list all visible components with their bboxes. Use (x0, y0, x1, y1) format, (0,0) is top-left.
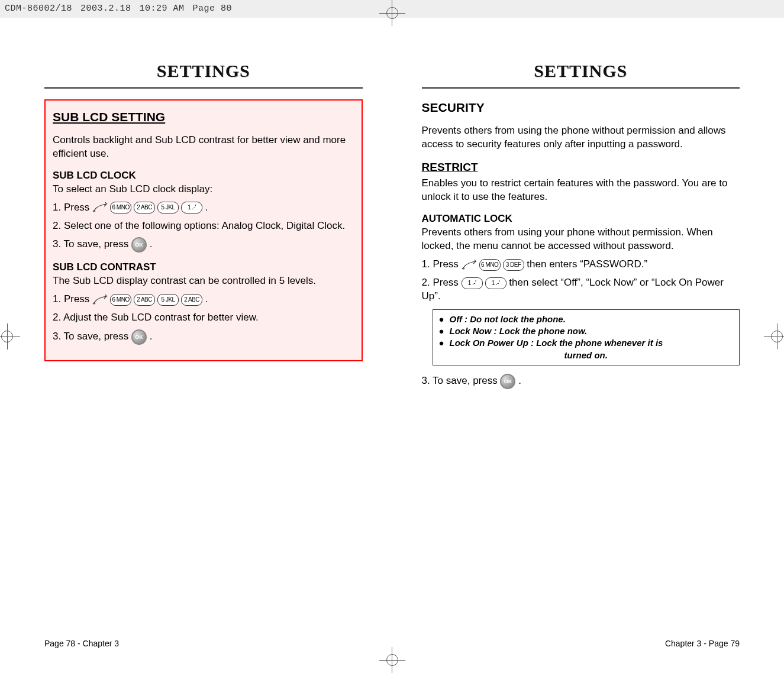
security-intro: Prevents others from using the phone wit… (422, 124, 740, 151)
autolock-step-3: 3. To save, press OK . (422, 374, 740, 389)
section-intro: Controls backlight and Sub LCD contrast … (53, 134, 354, 161)
contrast-desc: The Sub LCD display contrast can be cont… (53, 274, 354, 288)
contrast-step-3: 3. To save, press OK . (53, 329, 354, 345)
step-text: 1. Press (422, 258, 459, 270)
key-6-icon: 6 MNO (479, 259, 501, 271)
step-text: 1. Press (53, 293, 89, 305)
page-right: SETTINGS SECURITY Prevents others from u… (404, 53, 758, 620)
key-5-icon: 5 JKL (157, 202, 179, 213)
clock-desc: To select an Sub LCD clock display: (53, 183, 354, 196)
lock-options-box: ●Off : Do not lock the phone. ●Lock Now … (433, 309, 740, 365)
ok-button-icon: OK (500, 374, 515, 389)
registration-mark-left (0, 323, 20, 350)
step-mid: then enters (527, 258, 577, 270)
key-1-icon: 1 .-' (485, 277, 506, 289)
key-5-icon: 5 JKL (157, 294, 179, 306)
option-off: ●Off : Do not lock the phone. (439, 313, 734, 325)
option-lock-powerup: ●Lock On Power Up : Lock the phone whene… (439, 337, 734, 349)
highlighted-section: SUB LCD SETTING Controls backlight and S… (44, 99, 363, 362)
section-sub-lcd-setting: SUB LCD SETTING (53, 109, 354, 125)
step-text: 1. Press (53, 202, 89, 213)
ok-button-icon: OK (131, 329, 147, 345)
softkey-icon (92, 295, 108, 305)
step-password: “PASSWORD.” (580, 258, 647, 270)
page-left: SETTINGS SUB LCD SETTING Controls backli… (27, 53, 380, 620)
ok-button-icon: OK (131, 237, 147, 253)
key-2-icon: 2 ABC (134, 202, 155, 213)
heading-automatic-lock: AUTOMATIC LOCK (422, 212, 740, 226)
rule (422, 87, 740, 89)
clock-step-3: 3. To save, press OK . (53, 237, 354, 253)
heading-restrict: RESTRICT (422, 160, 740, 175)
step-suffix: . (205, 202, 208, 213)
softkey-icon (92, 202, 108, 213)
page-footer-right: Chapter 3 - Page 79 (665, 638, 740, 649)
print-time: 10:29 AM (140, 3, 185, 15)
step-text: 2. Press (422, 277, 459, 288)
step-text: 3. To save, press (422, 375, 498, 386)
step-suffix: . (518, 375, 521, 386)
step-suffix: . (205, 293, 208, 305)
step-suffix: . (150, 331, 153, 342)
print-meta-header: CDM-86002/18 2003.2.18 10:29 AM Page 80 (0, 0, 784, 18)
step-suffix: . (150, 239, 153, 250)
heading-sub-lcd-clock: SUB LCD CLOCK (53, 169, 354, 183)
autolock-step-1: 1. Press 6 MNO 3 DEF then enters “PASSWO… (422, 258, 740, 271)
key-2-icon: 2 ABC (181, 294, 202, 306)
page-title-right: SETTINGS (422, 59, 740, 83)
contrast-step-2: 2. Adjust the Sub LCD contrast for bette… (53, 311, 354, 325)
key-1-icon: 1 .-' (462, 277, 483, 289)
registration-mark-bottom (379, 647, 405, 673)
autolock-desc: Prevents others from using your phone wi… (422, 226, 740, 253)
page-title-left: SETTINGS (44, 59, 363, 83)
heading-sub-lcd-contrast: SUB LCD CONTRAST (53, 261, 354, 274)
key-2-icon: 2 ABC (134, 294, 155, 306)
step-text: 3. To save, press (53, 331, 128, 342)
key-3-icon: 3 DEF (503, 259, 524, 271)
section-security: SECURITY (422, 99, 740, 116)
softkey-icon (462, 260, 477, 270)
step-mid: then select (509, 277, 557, 288)
clock-step-2: 2. Select one of the following options: … (53, 219, 354, 233)
key-6-icon: 6 MNO (110, 202, 131, 213)
step-text: 3. To save, press (53, 239, 128, 250)
option-lock-now: ●Lock Now : Lock the phone now. (439, 325, 734, 337)
autolock-step-2: 2. Press 1 .-' 1 .-' then select “Off”, … (422, 276, 740, 303)
key-6-icon: 6 MNO (110, 294, 131, 306)
print-date: 2003.2.18 (80, 3, 131, 15)
clock-step-1: 1. Press 6 MNO 2 ABC 5 JKL 1 .-' . (53, 201, 354, 215)
contrast-step-1: 1. Press 6 MNO 2 ABC 5 JKL 2 ABC . (53, 293, 354, 306)
print-file: CDM-86002/18 (5, 3, 72, 15)
option-lock-powerup-cont: turned on. (439, 350, 734, 361)
print-page: Page 80 (193, 3, 233, 15)
key-1-icon: 1 .-' (181, 202, 202, 213)
page-footer-left: Page 78 - Chapter 3 (44, 638, 119, 649)
restrict-desc: Enables you to restrict certain features… (422, 177, 740, 204)
rule (44, 87, 363, 89)
registration-mark-right (764, 323, 784, 350)
